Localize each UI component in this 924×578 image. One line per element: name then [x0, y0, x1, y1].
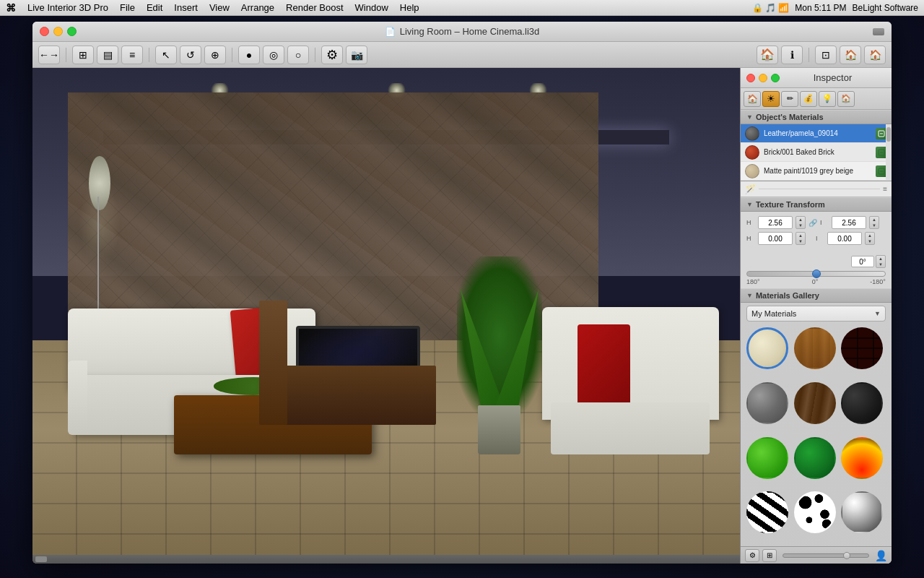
gallery-grid-btn[interactable]: ⊞: [762, 549, 777, 562]
offset-y-input[interactable]: 0.00: [827, 232, 862, 245]
menu-help[interactable]: Help: [400, 2, 419, 13]
stepper-up-4[interactable]: ▲: [866, 233, 874, 238]
gallery-item-wood-dark[interactable]: [794, 382, 836, 424]
offset-y-stepper[interactable]: ▲ ▼: [865, 232, 875, 245]
plant-pot: [478, 405, 520, 455]
gallery-item-zebra[interactable]: [746, 491, 788, 533]
inspector-minimize[interactable]: [759, 74, 767, 82]
inspector-expand[interactable]: [771, 74, 780, 82]
plant: [457, 256, 542, 454]
angle-down[interactable]: ▼: [876, 262, 885, 267]
menu-edit[interactable]: Edit: [147, 2, 162, 13]
gallery-triangle: ▼: [746, 292, 753, 299]
insp-tab-ext[interactable]: 🏠: [837, 91, 855, 107]
info-btn[interactable]: ℹ: [781, 46, 803, 64]
fullscreen-btn[interactable]: ⊡: [815, 46, 837, 64]
menu-arrange[interactable]: Arrange: [241, 2, 274, 13]
scroll-thumb[interactable]: [35, 556, 47, 562]
inspector-titlebar: Inspector: [741, 68, 892, 88]
minimize-button[interactable]: [53, 27, 63, 36]
gallery-item-chrome[interactable]: [841, 491, 883, 533]
width-y-input[interactable]: 2.56: [832, 216, 866, 229]
section-triangle: ▼: [746, 113, 753, 121]
menu-appname[interactable]: Live Interior 3D Pro: [27, 2, 108, 13]
tour-btn[interactable]: 🏠: [757, 46, 778, 64]
close-button[interactable]: [40, 27, 49, 36]
angle-up[interactable]: ▲: [876, 256, 885, 262]
gallery-item-wood-light[interactable]: [794, 327, 836, 369]
angle-section: 0° ▲ ▼ 180° 0° -180°: [741, 252, 892, 288]
gallery-zoom-thumb[interactable]: [843, 552, 850, 559]
menu-view[interactable]: View: [209, 2, 230, 13]
rotate-tool[interactable]: ↺: [180, 46, 201, 64]
gallery-item-green-bright[interactable]: [746, 437, 788, 479]
separator: [66, 48, 66, 62]
insp-tab-house[interactable]: 🏠: [744, 91, 761, 107]
material-item-1[interactable]: Brick/001 Baked Brick: [741, 143, 892, 162]
materials-list[interactable]: Leather/pamela_09014 Brick/001 Baked Bri…: [741, 124, 892, 181]
house-btn[interactable]: 🏠: [840, 46, 861, 64]
gallery-item-black[interactable]: [841, 382, 883, 424]
gallery-item-cream[interactable]: [746, 327, 788, 369]
tv-stand: [280, 326, 436, 425]
scroll-thumb[interactable]: [886, 127, 891, 142]
stepper-down-4[interactable]: ▼: [866, 238, 874, 244]
insp-tab-money[interactable]: 💰: [800, 91, 817, 107]
gallery-item-dalmatian[interactable]: [794, 491, 836, 533]
angle-stepper[interactable]: ▲ ▼: [876, 255, 886, 268]
view-split-btn[interactable]: ≡: [121, 46, 143, 64]
offset-x-input[interactable]: 0.00: [758, 232, 793, 245]
gallery-dropdown[interactable]: My Materials ▼: [746, 306, 886, 322]
gallery-item-brick[interactable]: [841, 327, 883, 369]
materials-scrollbar[interactable]: [886, 124, 892, 181]
view-3d-btn[interactable]: ▤: [97, 46, 118, 64]
maximize-button[interactable]: [67, 27, 77, 36]
offset-x-stepper[interactable]: ▲ ▼: [796, 232, 806, 245]
stepper-up-2[interactable]: ▲: [870, 217, 879, 223]
angle-input[interactable]: 0°: [851, 256, 874, 267]
sphere-tool[interactable]: ●: [238, 46, 260, 64]
move-tool[interactable]: ⊕: [204, 46, 226, 64]
wand-row: 🪄 ≡: [741, 181, 892, 197]
material-item-0[interactable]: Leather/pamela_09014: [741, 124, 892, 143]
inspector-close[interactable]: [746, 74, 755, 82]
menu-file[interactable]: File: [120, 2, 135, 13]
insp-tab-sun[interactable]: ☀: [762, 91, 780, 107]
width-x-input[interactable]: 2.56: [758, 216, 793, 229]
camera-orbit[interactable]: ◎: [263, 46, 284, 64]
window-resize-handle[interactable]: [873, 28, 884, 35]
wand-icon[interactable]: 🪄: [745, 184, 756, 194]
select-tool[interactable]: ↖: [155, 46, 177, 64]
camera-zoom[interactable]: ○: [287, 46, 309, 64]
camera-btn[interactable]: 📷: [346, 46, 367, 64]
stepper-up-1[interactable]: ▲: [796, 217, 805, 223]
menu-insert[interactable]: Insert: [174, 2, 198, 13]
material-item-2[interactable]: Matte paint/1019 grey beige: [741, 162, 892, 181]
insp-tab-light[interactable]: 💡: [819, 91, 836, 107]
apple-menu[interactable]: ⌘: [6, 2, 16, 14]
width-y-stepper[interactable]: ▲ ▼: [869, 216, 879, 229]
angle-slider[interactable]: [746, 271, 886, 277]
gallery-item-stone[interactable]: [746, 382, 788, 424]
stepper-up-3[interactable]: ▲: [796, 233, 805, 238]
stepper-down-2[interactable]: ▼: [870, 223, 879, 228]
floor-plan-btn[interactable]: ⊞: [72, 46, 94, 64]
viewport[interactable]: [32, 68, 740, 564]
menu-renderboo st[interactable]: Render Boost: [286, 2, 344, 13]
nav-back-btn[interactable]: ←→: [38, 46, 60, 64]
gallery-item-fire[interactable]: [841, 437, 883, 479]
viewport-scrollbar[interactable]: [32, 555, 740, 564]
walk-tool[interactable]: ⚙: [321, 46, 343, 64]
exterior-btn[interactable]: 🏠: [864, 46, 886, 64]
gallery-zoom-slider[interactable]: [783, 553, 869, 558]
width-x-stepper[interactable]: ▲ ▼: [796, 216, 806, 229]
angle-thumb[interactable]: [812, 269, 821, 278]
gallery-settings-btn[interactable]: ⚙: [745, 549, 759, 562]
gallery-item-green-dark[interactable]: [794, 437, 836, 479]
menu-window[interactable]: Window: [355, 2, 388, 13]
insp-tab-edit[interactable]: ✏: [781, 91, 798, 107]
objects-materials-header: ▼ Object's Materials: [741, 110, 892, 124]
stepper-down-3[interactable]: ▼: [796, 238, 805, 244]
stepper-down-1[interactable]: ▼: [796, 223, 805, 228]
gallery-label: Materials Gallery: [756, 291, 819, 300]
